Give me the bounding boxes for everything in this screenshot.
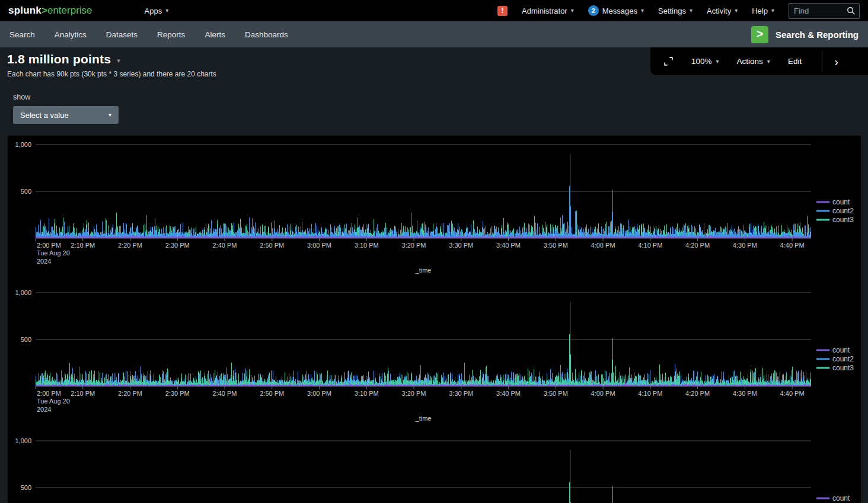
caret-down-icon: ▾ [690,8,693,14]
dashboard-subtitle: Each chart has 90k pts (30k pts * 3 seri… [7,70,216,78]
svg-text:4:30 PM: 4:30 PM [733,390,757,397]
show-value-dropdown[interactable]: Select a value ▾ [13,106,119,124]
actions-menu[interactable]: Actions ▾ [737,57,770,66]
apps-menu[interactable]: Apps ▾ [145,7,169,15]
health-alert-icon[interactable]: ! [497,6,508,16]
chart-2: 5001,0002:00 PM2:10 PM2:20 PM2:30 PM2:40… [15,289,854,422]
messages-menu-label: Messages [602,7,637,15]
zoom-level-value: 100% [691,57,712,66]
settings-menu[interactable]: Settings ▾ [658,7,693,15]
messages-count-badge: 2 [588,5,599,16]
chevron-right-icon[interactable]: › [822,56,851,68]
svg-text:_time: _time [415,267,432,274]
splunk-logo[interactable]: splunk>enterprise [8,5,92,17]
caret-down-icon: ▾ [716,59,719,65]
activity-menu[interactable]: Activity ▾ [707,7,738,15]
current-app-name: Search & Reporting [776,30,859,40]
svg-text:count2: count2 [832,355,854,363]
svg-text:Tue Aug 20: Tue Aug 20 [37,398,70,405]
nav-item-alerts[interactable]: Alerts [205,30,225,39]
app-nav-bar: Search Analytics Datasets Reports Alerts… [0,21,868,47]
dropdown-selected-value: Select a value [20,111,108,120]
svg-text:500: 500 [21,336,31,343]
nav-item-datasets[interactable]: Datasets [106,30,138,39]
find-input[interactable] [794,7,847,15]
legend-chart-3: count [817,494,850,502]
help-menu[interactable]: Help ▾ [752,7,774,15]
svg-text:2:40 PM: 2:40 PM [213,390,237,397]
svg-text:_time: _time [415,415,432,422]
top-bar: splunk>enterprise Apps ▾ ! Administrator… [0,0,868,21]
caret-down-icon: ▾ [641,8,644,14]
caret-down-icon: ▾ [767,59,770,65]
chart-1: 5001,0002:00 PM2:10 PM2:20 PM2:30 PM2:40… [15,141,854,274]
search-icon[interactable] [847,7,856,15]
svg-text:1,000: 1,000 [15,437,31,444]
find-search-box[interactable] [789,3,860,19]
input-controls: show Select a value ▾ [13,93,119,124]
svg-text:500: 500 [21,484,31,491]
apps-menu-label: Apps [145,7,162,15]
caret-down-icon: ▾ [165,8,168,14]
help-menu-label: Help [752,7,768,15]
svg-text:4:00 PM: 4:00 PM [591,242,615,249]
svg-text:3:40 PM: 3:40 PM [496,390,521,397]
nav-item-analytics[interactable]: Analytics [55,30,87,39]
svg-text:2:10 PM: 2:10 PM [71,242,95,249]
svg-text:4:40 PM: 4:40 PM [780,390,805,397]
dashboard-toolbar: 100% ▾ Actions ▾ Edit › [650,47,868,75]
svg-text:3:00 PM: 3:00 PM [307,242,331,249]
nav-item-dashboards[interactable]: Dashboards [245,30,288,39]
svg-text:2024: 2024 [37,258,51,265]
svg-text:2:40 PM: 2:40 PM [213,242,237,249]
svg-text:3:10 PM: 3:10 PM [355,242,379,249]
svg-text:3:30 PM: 3:30 PM [449,390,473,397]
activity-menu-label: Activity [707,7,731,15]
svg-text:1,000: 1,000 [15,289,31,296]
charts-svg: 5001,0002:00 PM2:10 PM2:20 PM2:30 PM2:40… [8,136,861,503]
svg-text:3:30 PM: 3:30 PM [449,242,473,249]
svg-text:4:40 PM: 4:40 PM [780,242,805,249]
caret-down-icon: ▾ [108,112,111,118]
svg-text:4:00 PM: 4:00 PM [591,390,615,397]
edit-button-label: Edit [788,57,802,66]
alert-exclamation-glyph: ! [502,7,504,15]
title-caret-down-icon[interactable]: ▾ [117,55,120,65]
logo-text-enterprise: enterprise [47,5,92,17]
edit-button[interactable]: Edit [788,57,802,66]
svg-text:2:10 PM: 2:10 PM [71,390,95,397]
svg-text:Tue Aug 20: Tue Aug 20 [37,249,70,257]
nav-item-reports[interactable]: Reports [157,30,185,39]
user-menu[interactable]: Administrator ▾ [522,7,574,15]
svg-text:2:20 PM: 2:20 PM [118,242,142,249]
svg-text:4:20 PM: 4:20 PM [685,242,710,249]
svg-text:3:00 PM: 3:00 PM [307,390,331,397]
messages-menu[interactable]: 2 Messages ▾ [588,5,644,16]
current-app[interactable]: > Search & Reporting [751,26,859,43]
settings-menu-label: Settings [658,7,686,15]
svg-text:3:10 PM: 3:10 PM [355,390,379,397]
svg-text:4:10 PM: 4:10 PM [638,242,662,249]
svg-text:2:00 PM: 2:00 PM [37,390,61,397]
svg-text:4:20 PM: 4:20 PM [685,390,710,397]
svg-text:4:30 PM: 4:30 PM [733,242,757,249]
nav-item-search[interactable]: Search [9,30,35,39]
topbar-right-cluster: ! Administrator ▾ 2 Messages ▾ Settings … [497,3,860,19]
svg-text:count: count [832,346,850,354]
caret-down-icon: ▾ [771,8,774,14]
caret-down-icon: ▾ [571,8,574,14]
svg-text:2:30 PM: 2:30 PM [165,242,190,249]
actions-menu-label: Actions [737,57,763,66]
svg-text:2:50 PM: 2:50 PM [260,390,284,397]
svg-text:count3: count3 [832,364,854,372]
user-menu-label: Administrator [522,7,567,15]
svg-text:count3: count3 [832,216,854,224]
chart-3: 5001,000count [15,437,850,503]
legend-chart-1: countcount2count3 [817,198,854,224]
svg-text:2:30 PM: 2:30 PM [165,390,190,397]
svg-text:3:20 PM: 3:20 PM [402,390,426,397]
fullscreen-expand-icon[interactable] [663,56,674,66]
svg-text:3:50 PM: 3:50 PM [544,390,568,397]
svg-text:3:50 PM: 3:50 PM [544,242,568,249]
zoom-level-menu[interactable]: 100% ▾ [691,57,719,66]
